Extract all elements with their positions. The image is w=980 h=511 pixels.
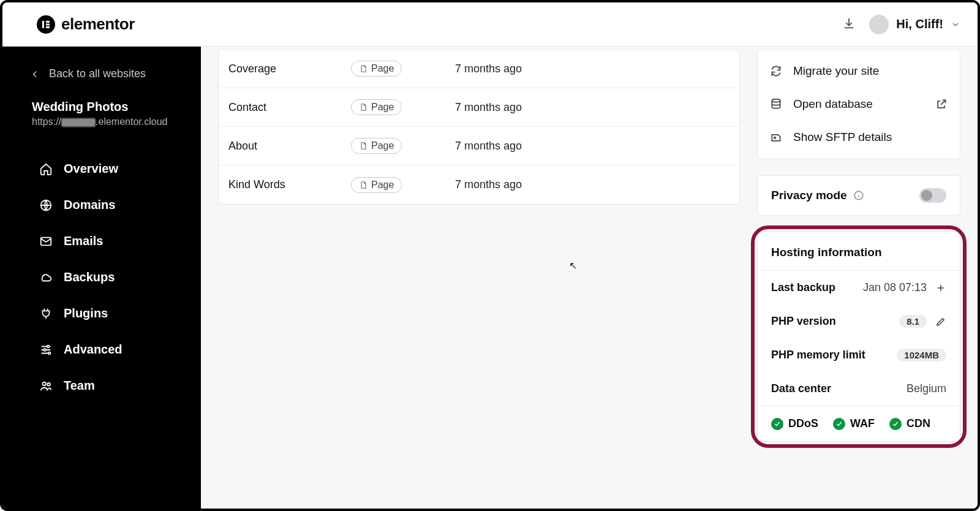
table-row[interactable]: About Page 7 months ago: [219, 127, 739, 165]
hosting-row-last-backup: Last backup Jan 08 07:13: [758, 271, 960, 305]
page-name: Kind Words: [228, 178, 351, 191]
svg-point-7: [43, 349, 46, 351]
open-database-link[interactable]: Open database: [758, 88, 960, 121]
main-content: Coverage Page 7 months ago Contact: [201, 47, 757, 509]
svg-rect-2: [46, 23, 50, 25]
table-row[interactable]: Kind Words Page 7 months ago: [219, 165, 739, 204]
check-icon: [889, 418, 902, 430]
page-icon: [359, 142, 368, 150]
privacy-mode-label: Privacy mode: [771, 189, 847, 202]
hosting-security-row: DDoS WAF CDN: [758, 406, 960, 435]
cloud-icon: [39, 271, 53, 284]
check-icon: [833, 418, 845, 430]
external-link-icon: [935, 98, 948, 110]
download-icon[interactable]: [842, 17, 856, 32]
mail-icon: [39, 235, 53, 248]
table-row[interactable]: Contact Page 7 months ago: [219, 88, 739, 127]
plug-icon: [39, 307, 53, 320]
avatar: [869, 15, 889, 34]
greeting-text: Hi, Cliff!: [896, 17, 943, 31]
sidebar-nav: Overview Domains Emails Backups Plugins: [2, 151, 201, 404]
page-icon: [359, 103, 368, 112]
svg-point-11: [772, 99, 780, 102]
page-date: 7 months ago: [455, 140, 729, 153]
page-type-badge: Page: [351, 177, 402, 193]
svg-rect-3: [46, 26, 50, 28]
home-icon: [39, 162, 53, 176]
site-url: https://.elementor.cloud: [2, 114, 201, 127]
sidebar-item-backups[interactable]: Backups: [2, 259, 201, 295]
pages-list-card: Coverage Page 7 months ago Contact: [218, 49, 740, 205]
elementor-logo-icon: [37, 15, 55, 34]
page-date: 7 months ago: [455, 101, 729, 114]
sidebar-item-overview[interactable]: Overview: [2, 151, 201, 187]
migrate-icon: [770, 65, 782, 77]
hosting-info-heading: Hosting information: [758, 232, 960, 271]
site-name: Wedding Photos: [2, 94, 201, 114]
page-icon: [359, 64, 368, 73]
privacy-mode-toggle[interactable]: [919, 188, 946, 203]
hosting-information-section: Hosting information Last backup Jan 08 0…: [757, 232, 960, 442]
team-icon: [39, 379, 53, 393]
table-row[interactable]: Coverage Page 7 months ago: [219, 50, 739, 88]
security-cdn: CDN: [889, 417, 930, 430]
sidebar-item-plugins[interactable]: Plugins: [2, 295, 201, 331]
last-backup-value: Jan 08 07:13: [863, 281, 927, 294]
check-icon: [771, 418, 783, 430]
svg-point-10: [47, 382, 50, 385]
back-label: Back to all websites: [49, 67, 146, 80]
redacted-subdomain: [61, 118, 96, 127]
sidebar-item-emails[interactable]: Emails: [2, 223, 201, 259]
page-name: Contact: [228, 101, 351, 114]
hosting-row-datacenter: Data center Belgium: [758, 372, 960, 406]
brand-name: elementor: [61, 15, 135, 34]
tools-card: Migrate your site Open database Show SFT…: [757, 49, 960, 159]
svg-point-6: [47, 345, 50, 347]
user-menu[interactable]: Hi, Cliff!: [869, 15, 960, 34]
security-waf: WAF: [833, 417, 875, 430]
sidebar-item-team[interactable]: Team: [2, 368, 201, 404]
pencil-icon[interactable]: [935, 316, 946, 327]
sliders-icon: [39, 343, 53, 357]
migrate-site-link[interactable]: Migrate your site: [758, 55, 960, 88]
arrow-left-icon: [29, 69, 40, 80]
hosting-row-php-version: PHP version 8.1: [758, 305, 960, 338]
page-name: About: [228, 140, 351, 153]
page-date: 7 months ago: [455, 178, 729, 191]
page-name: Coverage: [228, 62, 351, 75]
php-version-value: 8.1: [899, 315, 927, 328]
datacenter-value: Belgium: [907, 382, 946, 395]
info-icon[interactable]: [853, 190, 864, 201]
right-column: Migrate your site Open database Show SFT…: [757, 47, 978, 509]
page-icon: [359, 181, 368, 189]
privacy-mode-card: Privacy mode: [757, 175, 960, 216]
show-sftp-link[interactable]: Show SFTP details: [758, 121, 960, 154]
sidebar-item-domains[interactable]: Domains: [2, 187, 201, 223]
back-to-websites-link[interactable]: Back to all websites: [2, 61, 201, 94]
page-type-badge: Page: [351, 61, 402, 77]
svg-point-9: [43, 382, 47, 385]
security-ddos: DDoS: [771, 417, 818, 430]
svg-point-8: [48, 352, 51, 354]
plus-icon[interactable]: [935, 282, 946, 293]
page-type-badge: Page: [351, 138, 402, 154]
svg-rect-0: [42, 21, 44, 28]
hosting-row-php-memory: PHP memory limit 1024MB: [758, 338, 960, 372]
page-type-badge: Page: [351, 99, 402, 115]
mouse-cursor: ↖: [569, 260, 577, 271]
brand-logo[interactable]: elementor: [37, 15, 135, 34]
page-date: 7 months ago: [455, 62, 729, 75]
sidebar-item-advanced[interactable]: Advanced: [2, 331, 201, 368]
app-header: elementor Hi, Cliff!: [2, 2, 978, 47]
chevron-down-icon: [951, 20, 960, 29]
database-icon: [770, 98, 782, 110]
php-memory-value: 1024MB: [897, 349, 946, 361]
sidebar: Back to all websites Wedding Photos http…: [2, 47, 201, 509]
globe-icon: [39, 199, 53, 212]
sftp-icon: [770, 131, 782, 143]
svg-rect-1: [46, 21, 50, 23]
